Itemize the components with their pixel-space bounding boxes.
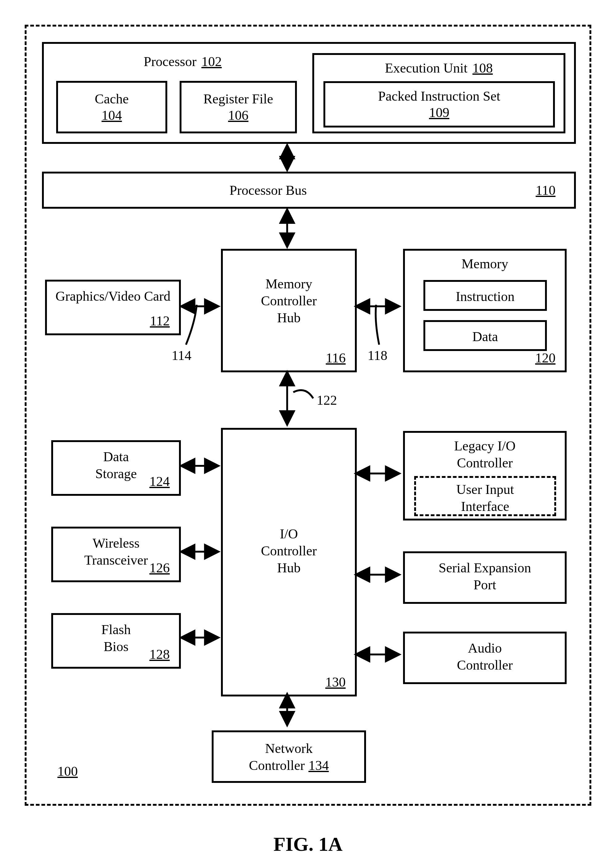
- legacy-io-block: Legacy I/O Controller User Input Interfa…: [403, 431, 567, 521]
- graphics-card-block: Graphics/Video Card 112: [45, 280, 181, 335]
- network-controller-block: Network Controller 134: [212, 730, 366, 783]
- processor-label: Processor 102: [75, 53, 291, 70]
- flash-bios-block: Flash Bios 128: [51, 613, 181, 668]
- mch-block: Memory Controller Hub 116: [221, 249, 357, 372]
- figure-label: FIG. 1A: [0, 833, 616, 856]
- instruction-block: Instruction: [423, 280, 547, 311]
- user-input-block: User Input Interface: [414, 476, 556, 516]
- data-block: Data: [423, 320, 547, 351]
- bus-118-label: 118: [368, 348, 387, 363]
- register-file-block: Register File 106: [180, 81, 297, 134]
- processor-block: Processor 102 Cache 104 Register File 10…: [42, 42, 576, 144]
- audio-controller-block: Audio Controller: [403, 632, 567, 684]
- ich-block: I/O Controller Hub 130: [221, 428, 357, 697]
- bus-122-label: 122: [317, 392, 337, 408]
- wireless-block: Wireless Transceiver 126: [51, 527, 181, 582]
- memory-block: Memory Instruction Data 120: [403, 249, 567, 372]
- bus-114-label: 114: [171, 348, 191, 363]
- system-boundary: Processor 102 Cache 104 Register File 10…: [25, 25, 591, 806]
- execution-unit-block: Execution Unit 108 Packed Instruction Se…: [312, 53, 566, 134]
- cache-block: Cache 104: [56, 81, 167, 134]
- processor-bus-block: Processor Bus 110: [42, 171, 576, 209]
- packed-instruction-set-block: Packed Instruction Set 109: [324, 81, 555, 127]
- data-storage-block: Data Storage 124: [51, 440, 181, 496]
- system-ref: 100: [57, 763, 78, 779]
- serial-port-block: Serial Expansion Port: [403, 551, 567, 604]
